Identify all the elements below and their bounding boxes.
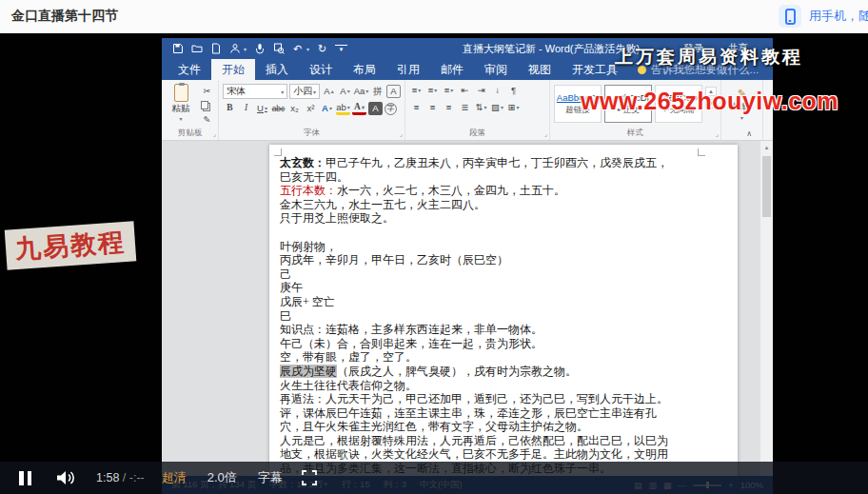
align-right-button[interactable]: ≡ [442, 101, 456, 114]
doc-text-segment: 叶例射物， [280, 240, 337, 253]
save-icon[interactable] [171, 43, 184, 55]
justify-button[interactable]: ≣ [458, 101, 472, 114]
fullscreen-icon[interactable] [302, 470, 317, 485]
doc-text-segment: 火生土往往代表信仰之物。 [280, 379, 417, 392]
cut-icon[interactable]: ✂ [200, 85, 214, 98]
player-control-bar: 1:58 / -:-- 超清 2.0倍 字幕 [0, 462, 868, 494]
doc-line: 金木三六九，水土一五七，火主二四八。 [280, 197, 734, 211]
doc-text-segment: 水一六，火二七，木三八，金四九，土五十。 [337, 184, 565, 197]
font-size-select[interactable]: 小四 ▾ [289, 84, 320, 99]
bold-button[interactable]: B [223, 102, 237, 115]
text-highlight-button[interactable]: ab▾ [336, 102, 350, 115]
doc-text-segment: 甲己子午九，乙庚丑未八，丙辛寅申七，丁壬卯酉六，戊癸辰戌五， [326, 156, 668, 169]
caret-down-icon: ▾ [179, 115, 182, 122]
contact-icon[interactable] [228, 43, 241, 55]
underline-button[interactable]: U▾ [255, 102, 269, 115]
doc-line: 知识点：连茹格，主多样东西连起来，非单一物体。 [280, 322, 734, 336]
font-group: 宋体 ▾ 小四 ▾ A▴ A▾ Aa▾ 拼 A B [219, 80, 405, 140]
font-dialog-launcher-icon[interactable]: ⌟ [400, 130, 403, 138]
doc-text-segment: 穴，且午火朱雀主光润红色，带有文字，父母动主护佑之物。 [280, 420, 588, 433]
line-spacing-button[interactable]: ⇅▾ [474, 101, 488, 114]
doc-line: 太玄数：甲己子午九，乙庚丑未八，丙辛寅申七，丁壬卯酉六，戊癸辰戌五， [280, 155, 734, 169]
doc-text-segment: 丙戌年，辛卯月，甲午日，乙亥时（辰巳空） [280, 253, 508, 267]
collapse-ribbon-icon[interactable]: ∧ [746, 129, 752, 138]
pause-button[interactable] [19, 471, 31, 485]
phonetic-guide-button[interactable]: 拼 [370, 85, 385, 98]
undo-icon[interactable]: ↶ [291, 43, 304, 55]
font-color-button[interactable]: A▾ [352, 102, 366, 115]
decrease-indent-button[interactable]: ⇤ [458, 84, 472, 97]
tab-开始[interactable]: 开始 [211, 59, 255, 80]
sort-button[interactable]: ↓ [490, 84, 504, 97]
doc-line: 丙戌年，辛卯月，甲午日，乙亥时（辰巳空） [280, 252, 734, 267]
customize-qat-icon[interactable]: ▾ [335, 45, 347, 52]
print-preview-icon[interactable] [272, 43, 285, 55]
open-icon[interactable] [190, 43, 203, 55]
doc-text-segment: 人元是己，根据射覆特殊用法，人元再遁后，己依然配巳，配出己巳，以巳为 [280, 434, 668, 447]
show-marks-button[interactable]: ¶ [506, 84, 521, 97]
paragraph-dialog-launcher-icon[interactable]: ⌟ [544, 130, 547, 138]
lesson-title: 金口直播第十四节 [11, 8, 118, 25]
align-center-button[interactable]: ≡ [425, 101, 440, 114]
tab-审阅[interactable]: 审阅 [474, 59, 518, 80]
doc-text-segment: 地支，根据歌诀，火类文化经火气，巳亥不无多手足。主此物为文化，文明用 [280, 447, 668, 461]
character-border-button[interactable]: A [386, 85, 401, 98]
tab-引用[interactable]: 引用 [386, 59, 430, 80]
subtitles-button[interactable]: 字幕 [258, 469, 283, 486]
subscript-button[interactable]: x₂ [287, 102, 302, 115]
document-page[interactable]: 太玄数：甲己子午九，乙庚丑未八，丙辛寅申七，丁壬卯酉六，戊癸辰戌五，巳亥无干四。… [269, 145, 738, 476]
tab-布局[interactable]: 布局 [343, 59, 386, 80]
numbering-button[interactable]: ≡▾ [425, 84, 440, 97]
tab-视图[interactable]: 视图 [518, 59, 562, 80]
speed-button[interactable]: 2.0倍 [207, 469, 237, 486]
tab-插入[interactable]: 插入 [255, 59, 299, 80]
superscript-button[interactable]: x² [304, 102, 318, 115]
doc-line: 五行本数：水一六，火二七，木三八，金四九，土五十。 [280, 183, 734, 197]
doc-text-segment: 戊辰+ 空亡 [280, 295, 335, 308]
scroll-up-icon[interactable]: ▴ [760, 141, 773, 154]
align-left-button[interactable]: ≡ [409, 101, 424, 114]
quality-button[interactable]: 超清 [162, 469, 187, 486]
format-painter-icon[interactable]: ✎ [200, 113, 214, 127]
doc-text-segment: 只于用爻上照便取之。 [280, 211, 394, 225]
clipboard-group: 粘贴 ▾ ✂ ✎ 剪贴板 ⌟ [162, 80, 219, 140]
doc-text-segment: 再遁法：人元天干为己，甲己还加甲，遁到己，还为己巳，写到人元干边上。 [280, 392, 668, 405]
video-frame[interactable]: ▾↶▾↻▾ 直播大纲笔记新 - Word(产品激活失败) 登录 共享 文件开始插… [0, 33, 868, 494]
tab-file[interactable]: 文件 [168, 59, 211, 80]
caret-down-icon: ▾ [281, 89, 284, 95]
doc-line: 评，课体辰巳午连茹，连至主课主串，珠，牵连之形，辰巳空亡主串连有孔 [280, 405, 734, 420]
tab-邮件[interactable]: 邮件 [430, 59, 474, 80]
text-effects-button[interactable]: A▾ [320, 102, 334, 115]
doc-text-segment: 巳亥无干四。 [280, 170, 348, 184]
doc-line: 己 [280, 267, 734, 281]
new-doc-icon[interactable] [209, 43, 222, 55]
shrink-font-button[interactable]: A▾ [338, 85, 352, 98]
mobile-app-link[interactable]: 用手机，随 [779, 5, 868, 28]
increase-indent-button[interactable]: ⇥ [474, 84, 488, 97]
doc-line: 空，带有眼，虚了，空了。 [280, 349, 734, 364]
clipboard-dialog-launcher-icon[interactable]: ⌟ [213, 130, 216, 138]
shading-button[interactable]: ▨▾ [490, 101, 504, 114]
italic-button[interactable]: I [239, 102, 253, 115]
doc-line: 巳 [280, 308, 734, 323]
strikethrough-button[interactable]: abc [271, 102, 286, 115]
change-case-button[interactable]: Aa▾ [354, 85, 368, 98]
scrollbar-thumb[interactable] [762, 156, 771, 217]
vertical-scrollbar[interactable]: ▴ [760, 141, 773, 476]
watermark-website-url: www.265zhouyiw.com [581, 88, 838, 115]
paste-button[interactable]: 粘贴 ▾ [166, 84, 196, 122]
styles-dialog-launcher-icon[interactable]: ⌟ [716, 130, 719, 138]
grow-font-button[interactable]: A▴ [322, 85, 336, 98]
tab-设计[interactable]: 设计 [299, 59, 343, 80]
character-shading-button[interactable]: A [368, 102, 383, 115]
multilevel-list-button[interactable]: ≡▾ [442, 84, 456, 97]
bullets-button[interactable]: ≡▾ [409, 84, 424, 97]
font-name-select[interactable]: 宋体 ▾ [223, 84, 287, 99]
volume-icon[interactable] [56, 470, 77, 485]
doc-text-segment: 太玄数： [280, 156, 326, 169]
borders-button[interactable]: ⊞▾ [506, 101, 521, 114]
enclose-characters-button[interactable]: 字 [385, 103, 397, 115]
touch-mode-icon[interactable] [253, 43, 266, 55]
redo-icon[interactable]: ↻ [316, 43, 328, 55]
copy-icon[interactable] [201, 101, 208, 109]
